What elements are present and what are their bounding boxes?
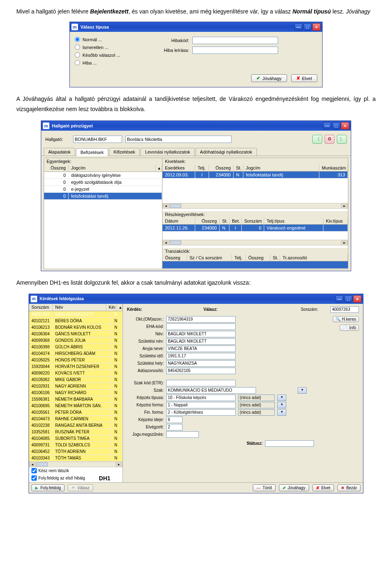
kt-right[interactable] — [238, 395, 275, 401]
titlebar[interactable]: m Hallgató pénzügyei — □ × — [41, 121, 351, 131]
list-row[interactable]: 40106213BODNÁR KEVIN KOLOSN — [29, 324, 122, 331]
bezar-button[interactable]: ✖Bezár — [337, 484, 361, 491]
close-button[interactable]: × — [312, 23, 321, 31]
list-row[interactable]: 40098220KOVÁCS IVETTN — [29, 370, 122, 377]
tab-adohatosagi[interactable]: Adóhatósági nyilatkozatok — [196, 148, 257, 156]
szak-input[interactable] — [166, 387, 256, 394]
nev-input[interactable] — [166, 331, 236, 337]
maximize-button[interactable]: □ — [303, 23, 312, 31]
list-row[interactable]: 40104085SUBORITS TIMEAN — [29, 435, 122, 442]
elvet-button[interactable]: ✘Elvet — [312, 484, 334, 491]
col[interactable]: Összeg — [163, 254, 187, 261]
kf-input[interactable] — [166, 402, 236, 408]
minimize-button[interactable]: — — [323, 122, 331, 129]
jm-input[interactable] — [166, 431, 199, 438]
col-osszeg[interactable]: Összeg — [44, 165, 69, 172]
kt-dropdown[interactable]: ▾ — [277, 395, 286, 401]
col-teljtipus[interactable]: Telj.típus — [264, 218, 323, 224]
egyenleg-row[interactable]: 0e-jegyzet — [44, 186, 162, 193]
col-st[interactable]: St. — [234, 165, 243, 171]
szi-input[interactable] — [166, 353, 236, 359]
list-row[interactable]: 40099731TOLDI SZABOLCSN — [29, 442, 122, 448]
jovahagy-button[interactable]: ✔Jóváhagy — [279, 484, 309, 491]
maximize-button[interactable]: □ — [332, 122, 340, 129]
close-button[interactable]: × — [353, 295, 361, 303]
ki-input[interactable] — [166, 417, 183, 423]
list-row[interactable]: 40106452TÓTH ADRIENNN — [29, 448, 122, 455]
list-row[interactable]: 40104473RAHNE CARMENN — [29, 416, 122, 422]
list-row[interactable]: 40100695NÉMETH MÁRTON SÁN.N — [29, 403, 122, 409]
hibaleiras-input[interactable] — [192, 47, 278, 54]
col-jogcim[interactable]: Jogcím — [69, 165, 156, 172]
kivetes-row[interactable]: 2012.09.03. I 234000 N felsőoktatási tan… — [163, 172, 348, 178]
minimize-button[interactable]: — — [335, 295, 343, 303]
titlebar[interactable]: m Válasz típusa — □ × — [70, 22, 322, 32]
titlebar[interactable]: m Kérdések feldolgozása — □ × — [29, 294, 363, 304]
list-row[interactable]: 10352581RUSZNÁK PÉTERN — [29, 429, 122, 435]
list-row[interactable]: 40103343TÓTH TAMÁSN — [29, 455, 122, 462]
valasz-button[interactable]: ⚑Válasz — [68, 484, 93, 491]
h-scrollbar[interactable]: ◂▸ — [29, 462, 122, 467]
scroll-thumb[interactable] — [170, 204, 181, 208]
tranzakcio-row-empty[interactable] — [163, 261, 348, 269]
szak-dropdown[interactable]: ▾ — [298, 387, 307, 394]
list-row[interactable]: 15586381NÉMETH BARBARAN — [29, 396, 122, 403]
list-row[interactable]: 40097263BAGLADI NIKOLETTN — [29, 311, 122, 318]
tab-levonasi[interactable]: Levonási nyilatkozatok — [140, 148, 195, 156]
kf-dropdown[interactable]: ▾ — [277, 402, 286, 408]
sorszam-input[interactable] — [330, 306, 359, 313]
list-row[interactable]: 40102121BÉRES DÓRAN — [29, 318, 122, 324]
col-ke[interactable]: Kéı — [106, 304, 117, 311]
prev-button[interactable]: 〈 — [312, 135, 322, 144]
hallgato-code-input[interactable] — [73, 136, 122, 143]
col[interactable]: Tr.azonosító — [280, 254, 348, 261]
tab-kifizetesek[interactable]: Kifizetések — [109, 148, 140, 156]
col-sorszam[interactable]: Sorszám — [29, 304, 53, 311]
any-input[interactable] — [166, 346, 236, 352]
scroll-left[interactable]: ◂ — [163, 203, 169, 208]
close-button[interactable]: × — [341, 122, 349, 129]
col-bet[interactable]: Bet. — [229, 218, 242, 224]
col[interactable]: Összeg — [246, 254, 270, 261]
szh-input[interactable] — [166, 360, 236, 367]
list-row[interactable]: 40106304GÁNCS NIKOLETTN — [29, 331, 122, 337]
col-esedekes[interactable]: Esedékes — [163, 165, 195, 171]
foly-feldolg-checkbox[interactable] — [31, 475, 37, 481]
next-button[interactable]: 〉 — [337, 135, 347, 144]
scroll-left[interactable]: ◂ — [29, 462, 36, 467]
col-osszeg[interactable]: Összeg — [209, 165, 234, 171]
list-row[interactable]: 40105082MIKE GÁBORN — [29, 377, 122, 383]
eha-input[interactable] — [166, 323, 236, 330]
list-row[interactable]: 40105025HONOS PÉTERN — [29, 357, 122, 363]
list-row[interactable]: 40099368GONDOS JÚLIAN — [29, 337, 122, 344]
tab-alapadatok[interactable]: Alapadatok — [44, 148, 75, 156]
scroll-right[interactable]: ▸ — [116, 462, 122, 467]
scroll-left[interactable]: ◂ — [163, 240, 169, 245]
ff-right[interactable] — [238, 409, 275, 416]
info-button[interactable]: 📄Infó — [340, 325, 359, 331]
scroll-thumb[interactable] — [170, 241, 181, 245]
szk-input[interactable] — [166, 380, 236, 386]
kesz-nem-latszik-checkbox[interactable] — [31, 468, 37, 473]
hkeres-button[interactable]: 🔍H.keres — [333, 316, 359, 322]
list-row[interactable]: 40106106NAGY RICHÁRDN — [29, 390, 122, 396]
tab-befizetesek[interactable]: Befizetések — [76, 148, 108, 156]
torol-button[interactable]: —Töröl — [253, 484, 276, 491]
egyenleg-row[interactable]: 0egyéb szolgáltatások díja — [44, 179, 162, 186]
list-row[interactable]: 40100398GÜLCH ÁBRISN — [29, 344, 122, 350]
col-sorszam[interactable]: Sorszám — [242, 218, 264, 224]
list-row[interactable]: 40105561PÉTER DÓRAN — [29, 409, 122, 416]
elvet-button[interactable]: ✘Elvet — [291, 74, 317, 82]
col-datum[interactable]: Dátum — [163, 218, 195, 224]
radio-normal[interactable]: Normál ... — [75, 37, 120, 42]
list-row[interactable]: 40102238RANGASZ ANITA BERNAN — [29, 422, 122, 429]
egyenleg-row[interactable]: 0diákigazolvány igénylése — [44, 172, 162, 179]
h-scrollbar[interactable]: ◂▸ — [163, 203, 348, 209]
foly-feldolg-button[interactable]: ▶Foly.feldolg — [31, 484, 65, 491]
col-st[interactable]: St. — [220, 218, 229, 224]
minimize-button[interactable]: — — [294, 23, 303, 31]
hallgato-name-input[interactable] — [125, 136, 232, 143]
statusz-input[interactable] — [265, 440, 314, 447]
recycle-button[interactable]: ♻ — [325, 135, 334, 144]
scroll-right[interactable]: ▸ — [341, 203, 347, 208]
